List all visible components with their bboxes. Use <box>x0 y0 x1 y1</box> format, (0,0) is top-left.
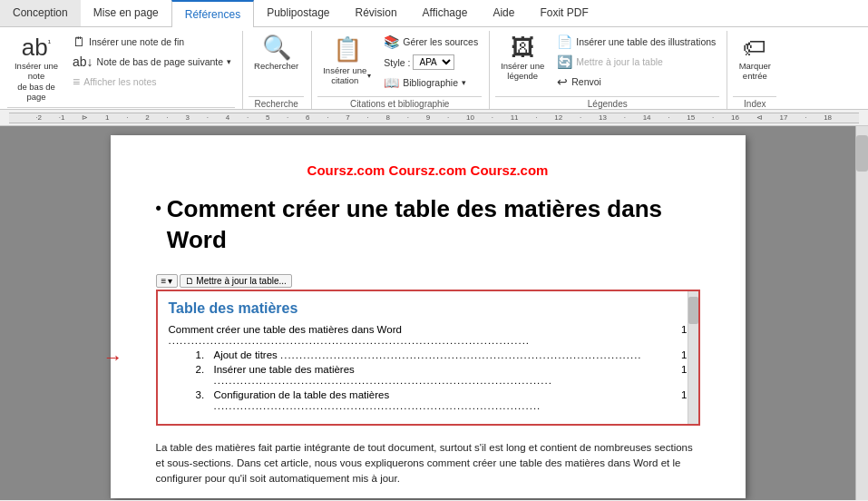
tab-aide[interactable]: Aide <box>480 0 527 26</box>
toc-entry-2: 2. Insérer une table des matières ......… <box>169 364 688 386</box>
bibliography-arrow[interactable]: ▾ <box>462 78 466 87</box>
citation-dropdown-arrow[interactable]: ▾ <box>367 72 371 80</box>
group-legendes: 🖼 Insérer une légende 📄 Insérer une tabl… <box>492 31 727 109</box>
update-table-icon: 🔄 <box>557 54 572 69</box>
toc-scrollbar[interactable] <box>688 291 698 424</box>
tab-foxit[interactable]: Foxit PDF <box>527 0 600 26</box>
endnote-icon: 🗒 <box>73 34 85 49</box>
document-area: Coursz.com Coursz.com Coursz.com • Comme… <box>0 126 868 500</box>
toc-menu-button[interactable]: ≡ ▾ <box>156 274 179 288</box>
dropdown-arrow-next[interactable]: ▾ <box>227 57 231 66</box>
toc-doc-icon: 🗋 <box>185 276 194 286</box>
citation-icon: 📋 <box>333 35 362 64</box>
doc-body: La table des matières fait partie intégr… <box>156 440 700 487</box>
tab-bar: Conception Mise en page Références Publi… <box>0 0 868 27</box>
tab-references[interactable]: Références <box>171 0 254 27</box>
arrow-indicator: → <box>103 346 123 369</box>
doc-content[interactable]: Coursz.com Coursz.com Coursz.com • Comme… <box>0 126 855 500</box>
insert-legend-button[interactable]: 🖼 Insérer une légende <box>495 33 550 84</box>
rechercher-icon: 🔍 <box>262 35 291 59</box>
rechercher-button[interactable]: 🔍 Rechercher <box>249 33 304 74</box>
toc-toolbar: ≡ ▾ 🗋 Mettre à jour la table... <box>156 274 700 288</box>
group-index: 🏷 Marquer entrée Index <box>729 31 784 109</box>
group-notes: ab¹ Insérer une note de bas de page 🗒 In… <box>4 31 243 109</box>
tab-mise-en-page[interactable]: Mise en page <box>81 0 171 26</box>
insert-illus-table-button[interactable]: 📄 Insérer une table des illustrations <box>553 33 719 51</box>
title-bullet: • <box>156 198 161 219</box>
toc-heading: Table des matières <box>169 300 688 317</box>
toc-menu-icon: ≡ <box>161 276 167 286</box>
toc-entry-3: 3. Configuration de la table des matière… <box>169 389 688 411</box>
illus-table-icon: 📄 <box>557 34 572 49</box>
tab-revision[interactable]: Révision <box>343 0 410 26</box>
group-recherche: 🔍 Rechercher Recherche <box>245 31 312 109</box>
bibliography-icon: 📖 <box>384 75 399 90</box>
toc-dropdown-icon: ▾ <box>168 276 172 286</box>
footnote-icon: ab¹ <box>22 35 51 59</box>
mark-entry-icon: 🏷 <box>743 35 766 59</box>
show-notes-icon: ≡ <box>73 74 80 89</box>
renvoi-button[interactable]: ↩ Renvoi <box>553 73 719 91</box>
renvoi-icon: ↩ <box>557 74 568 89</box>
sources-icon: 📚 <box>384 34 399 49</box>
next-footnote-icon: ab↓ <box>73 54 93 69</box>
ruler: ·2·1⊳1·2·3·4·5·6·7·8·9·10·11·12·13·14·15… <box>0 110 868 126</box>
show-notes-button[interactable]: ≡ Afficher les notes <box>69 73 235 91</box>
insert-footnote-button[interactable]: ab¹ Insérer une note de bas de page <box>7 33 65 105</box>
next-footnote-button[interactable]: ab↓ Note de bas de page suivante ▾ <box>69 53 235 71</box>
tab-conception[interactable]: Conception <box>0 0 81 26</box>
ribbon-content: ab¹ Insérer une note de bas de page 🗒 In… <box>0 27 868 109</box>
toc-update-button[interactable]: 🗋 Mettre à jour la table... <box>180 274 292 288</box>
toc-box: → Table des matières Comment créer une t… <box>156 290 700 426</box>
tab-affichage[interactable]: Affichage <box>410 0 481 26</box>
insert-endnote-button[interactable]: 🗒 Insérer une note de fin <box>69 33 235 51</box>
page-scrollbar[interactable] <box>855 126 868 500</box>
scroll-thumb[interactable] <box>856 135 868 172</box>
group-citations: 📋 Insérer une citation ▾ 📚 Gérer les sou… <box>314 31 490 109</box>
document-title: • Comment créer une table des matières d… <box>156 194 700 256</box>
ribbon: Conception Mise en page Références Publi… <box>0 0 868 110</box>
bibliography-button[interactable]: 📖 Bibliographie ▾ <box>380 74 482 92</box>
toc-entry-1: 1. Ajout de titres .....................… <box>169 349 688 360</box>
insert-citation-button[interactable]: 📋 Insérer une citation ▾ <box>317 33 376 88</box>
toc-entry-0: Comment créer une table des matières dan… <box>169 324 688 346</box>
update-table-button[interactable]: 🔄 Mettre à jour la table <box>553 53 719 71</box>
toc-scroll-thumb <box>688 297 698 324</box>
style-dropdown[interactable]: APA <box>413 54 454 70</box>
watermark: Coursz.com Coursz.com Coursz.com <box>156 162 700 178</box>
style-selector[interactable]: Style : APA <box>380 53 482 72</box>
legend-icon: 🖼 <box>511 35 534 59</box>
manage-sources-button[interactable]: 📚 Gérer les sources <box>380 33 482 51</box>
page: Coursz.com Coursz.com Coursz.com • Comme… <box>111 135 746 498</box>
mark-entry-button[interactable]: 🏷 Marquer entrée <box>733 33 776 84</box>
tab-publipostage[interactable]: Publipostage <box>254 0 342 26</box>
